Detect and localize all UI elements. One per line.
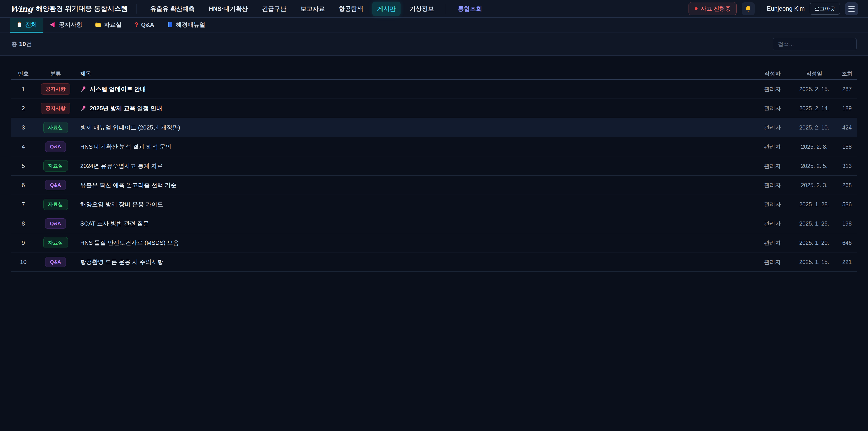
row-date: 2025. 2. 3. (792, 182, 837, 188)
board-toolbar: 총 10건 (0, 33, 868, 56)
category-badge: 자료실 (43, 199, 68, 210)
status-dot-icon (694, 7, 698, 10)
pin-icon (80, 105, 87, 112)
table-row[interactable]: 10 Q&A 항공촬영 드론 운용 시 주의사항 관리자 2025. 1. 15… (11, 252, 857, 272)
row-author: 관리자 (753, 105, 792, 112)
app-logo: Wing 해양환경 위기대응 통합시스템 (10, 4, 128, 13)
tab-notice[interactable]: 공지사항 (43, 18, 89, 33)
user-divider (761, 4, 761, 13)
nav-item-1[interactable]: HNS·대기확산 (204, 2, 253, 16)
table-row[interactable]: 9 자료실 HNS 물질 안전보건자료 (MSDS) 모음 관리자 2025. … (11, 233, 857, 252)
row-views: 536 (837, 201, 857, 208)
row-title: 2024년 유류오염사고 통계 자료 (75, 162, 753, 170)
row-author: 관리자 (753, 201, 792, 208)
table-row[interactable]: 4 Q&A HNS 대기확산 분석 결과 해석 문의 관리자 2025. 2. … (11, 137, 857, 156)
search-input[interactable] (773, 38, 857, 51)
row-author: 관리자 (753, 143, 792, 151)
row-title: 2025년 방제 교육 일정 안내 (75, 104, 753, 112)
row-date: 2025. 2. 10. (792, 124, 837, 131)
table-row[interactable]: 5 자료실 2024년 유류오염사고 통계 자료 관리자 2025. 2. 5.… (11, 156, 857, 176)
row-date: 2025. 1. 15. (792, 259, 837, 265)
row-number: 10 (11, 258, 36, 266)
header-date: 작성일 (792, 70, 837, 77)
tab-qna[interactable]: ? Q&A (128, 18, 160, 33)
row-date: 2025. 2. 15. (792, 86, 837, 92)
row-title: 방제 매뉴얼 업데이트 (2025년 개정판) (75, 124, 753, 131)
row-views: 158 (837, 144, 857, 150)
app-screen: Wing 해양환경 위기대응 통합시스템 유출유 확산예측HNS·대기확산긴급구… (0, 0, 868, 431)
category-badge: Q&A (45, 142, 66, 152)
category-badge: 자료실 (43, 160, 68, 172)
row-number: 5 (11, 162, 36, 170)
hamburger-menu-icon (848, 6, 855, 7)
table-row[interactable]: 7 자료실 해양오염 방제 장비 운용 가이드 관리자 2025. 1. 28.… (11, 195, 857, 214)
user-name: Eunjeong Kim (767, 5, 805, 12)
table-row[interactable]: 8 Q&A SCAT 조사 방법 관련 질문 관리자 2025. 1. 25. … (11, 214, 857, 233)
row-author: 관리자 (753, 239, 792, 247)
row-date: 2025. 1. 25. (792, 220, 837, 227)
row-views: 646 (837, 240, 857, 246)
row-title: HNS 물질 안전보건자료 (MSDS) 모음 (75, 239, 753, 247)
nav-item-5[interactable]: 게시판 (372, 2, 401, 16)
row-number: 2 (11, 105, 36, 112)
row-number: 3 (11, 124, 36, 131)
row-number: 9 (11, 239, 36, 246)
header-category: 분류 (36, 70, 75, 77)
nav-item-3[interactable]: 보고자료 (296, 2, 330, 16)
row-date: 2025. 2. 14. (792, 105, 837, 112)
nav-item-7[interactable]: 통합조회 (453, 2, 487, 16)
header-title: 제목 (75, 70, 753, 77)
table-row[interactable]: 1 공지사항 시스템 업데이트 안내 관리자 2025. 2. 15. 287 (11, 80, 857, 99)
row-views: 424 (837, 124, 857, 131)
row-author: 관리자 (753, 86, 792, 93)
category-badge: 공지사항 (41, 102, 70, 114)
topbar-right: 사고 진행중 Eunjeong Kim 로그아웃 (688, 2, 858, 16)
nav-item-0[interactable]: 유출유 확산예측 (145, 2, 200, 16)
nav-item-2[interactable]: 긴급구난 (257, 2, 291, 16)
row-title: 시스템 업데이트 안내 (75, 85, 753, 93)
app-title: 해양환경 위기대응 통합시스템 (36, 4, 128, 13)
clipboard-icon (16, 22, 23, 28)
row-views: 198 (837, 220, 857, 227)
incident-status-badge[interactable]: 사고 진행중 (688, 2, 737, 16)
table-row[interactable]: 3 자료실 방제 매뉴얼 업데이트 (2025년 개정판) 관리자 2025. … (11, 118, 857, 137)
megaphone-icon (50, 22, 56, 28)
incident-status-label: 사고 진행중 (701, 5, 731, 12)
total-count-value: 10 (19, 41, 26, 48)
row-number: 7 (11, 201, 36, 208)
nav-item-4[interactable]: 항공탐색 (334, 2, 368, 16)
category-badge: Q&A (45, 218, 66, 229)
row-date: 2025. 2. 5. (792, 163, 837, 169)
row-title: 해양오염 방제 장비 운용 가이드 (75, 201, 753, 208)
row-date: 2025. 2. 8. (792, 144, 837, 150)
board-tabs: 전체 공지사항 자료실 ? Q&A 해경매뉴얼 (0, 18, 868, 33)
row-author: 관리자 (753, 258, 792, 266)
table-row[interactable]: 6 Q&A 유출유 확산 예측 알고리즘 선택 기준 관리자 2025. 2. … (11, 176, 857, 195)
board-table: 번호 분류 제목 작성자 작성일 조회 1 공지사항 시스템 업데이트 안내 관… (0, 56, 868, 272)
row-views: 313 (837, 163, 857, 169)
book-icon (167, 22, 173, 28)
row-title: HNS 대기확산 분석 결과 해석 문의 (75, 143, 753, 151)
row-date: 2025. 1. 28. (792, 201, 837, 208)
row-views: 221 (837, 259, 857, 265)
table-row[interactable]: 2 공지사항 2025년 방제 교육 일정 안내 관리자 2025. 2. 14… (11, 99, 857, 118)
tab-all[interactable]: 전체 (10, 18, 43, 33)
hamburger-menu-button[interactable] (845, 2, 858, 16)
board-table-body: 1 공지사항 시스템 업데이트 안내 관리자 2025. 2. 15. 287 … (11, 80, 857, 272)
tab-manual[interactable]: 해경매뉴얼 (160, 18, 212, 33)
row-views: 287 (837, 86, 857, 92)
folder-icon (95, 22, 101, 28)
wing-logo-icon: Wing (10, 4, 33, 13)
row-title: 항공촬영 드론 운용 시 주의사항 (75, 258, 753, 266)
nav-item-6[interactable]: 기상정보 (405, 2, 439, 16)
logout-button[interactable]: 로그아웃 (810, 3, 840, 15)
row-number: 4 (11, 143, 36, 150)
category-badge: 공지사항 (41, 83, 70, 95)
notifications-button[interactable] (742, 2, 755, 16)
row-views: 189 (837, 105, 857, 112)
header-no: 번호 (11, 70, 36, 77)
row-views: 268 (837, 182, 857, 188)
tab-data[interactable]: 자료실 (89, 18, 128, 33)
logo-divider (136, 4, 137, 13)
question-icon: ? (134, 21, 138, 29)
